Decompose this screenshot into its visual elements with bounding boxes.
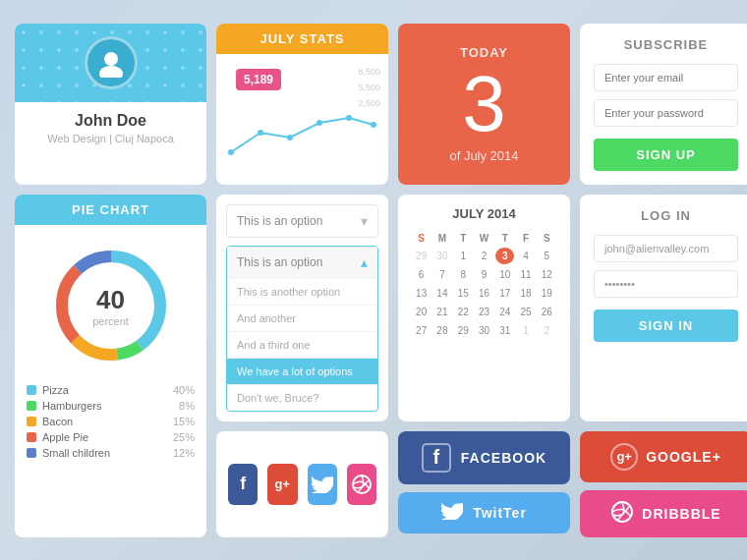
profile-info: John Doe Web Design | Cluj Napoca bbox=[15, 102, 206, 156]
cal-day-header: S bbox=[412, 231, 431, 246]
dropdown-card: This is an option ▾ This is an option ▴ … bbox=[216, 195, 388, 421]
cal-day[interactable]: 11 bbox=[516, 266, 535, 283]
dropdown-option-highlighted[interactable]: We have a lot of options bbox=[227, 359, 377, 385]
cal-day[interactable]: 31 bbox=[495, 322, 514, 339]
cal-day[interactable]: 10 bbox=[495, 266, 514, 283]
cal-day[interactable]: 1 bbox=[454, 248, 473, 264]
cal-day[interactable]: 19 bbox=[538, 285, 556, 302]
cal-day[interactable]: 8 bbox=[454, 266, 473, 283]
svg-point-3 bbox=[258, 130, 263, 136]
legend-pct-children: 12% bbox=[173, 447, 195, 459]
subscribe-button[interactable]: SIGN UP bbox=[594, 139, 738, 171]
legend-color-applepie bbox=[27, 432, 36, 442]
avatar bbox=[85, 36, 138, 89]
cal-day[interactable]: 26 bbox=[538, 304, 556, 320]
dribbble-icon-button[interactable] bbox=[347, 464, 376, 505]
dropdown-option[interactable]: Don't we, Bruce? bbox=[227, 385, 377, 411]
legend-label-pizza: Pizza bbox=[42, 384, 69, 396]
twitter-button[interactable]: TwitTer bbox=[398, 492, 570, 533]
cal-day[interactable]: 2 bbox=[475, 248, 493, 264]
legend-label-bacon: Bacon bbox=[42, 416, 73, 427]
google-plus-button[interactable]: g+ GOOGLE+ bbox=[580, 431, 747, 482]
cal-day[interactable]: 30 bbox=[475, 322, 493, 339]
svg-point-6 bbox=[346, 115, 352, 121]
cal-day[interactable]: 17 bbox=[495, 285, 514, 302]
stats-badge: 5,189 bbox=[236, 69, 281, 90]
legend-item: Pizza 40% bbox=[27, 382, 195, 398]
cal-day[interactable]: 1 bbox=[516, 322, 535, 339]
cal-day[interactable]: 7 bbox=[432, 266, 451, 283]
calendar-grid: S M T W T F S 29 30 1 2 3 4 5 bbox=[410, 229, 558, 341]
cal-day[interactable]: 5 bbox=[538, 248, 556, 264]
cal-day[interactable]: 13 bbox=[412, 285, 431, 302]
pie-percent-label: percent bbox=[92, 314, 129, 326]
cal-day[interactable]: 21 bbox=[432, 304, 451, 320]
facebook-icon-button[interactable]: f bbox=[228, 464, 258, 505]
cal-day[interactable]: 12 bbox=[538, 266, 556, 283]
legend-pct-applepie: 25% bbox=[173, 431, 195, 443]
dropdown-open: This is an option ▴ This is another opti… bbox=[226, 246, 378, 412]
google-plus-icon-button[interactable]: g+ bbox=[267, 464, 297, 505]
legend-label-hamburgers: Hamburgers bbox=[42, 400, 102, 412]
today-card: TODAY 3 of July 2014 bbox=[398, 24, 570, 185]
pie-card: PIE CHART 40 bbox=[15, 195, 206, 537]
dropdown-option[interactable]: And another bbox=[227, 306, 377, 332]
facebook-icon: f bbox=[422, 443, 451, 473]
cal-day[interactable]: 29 bbox=[412, 248, 431, 264]
legend-color-children bbox=[27, 448, 36, 458]
dropdown-open-header[interactable]: This is an option ▴ bbox=[227, 247, 377, 279]
pie-legend: Pizza 40% Hamburgers 8% Bacon bbox=[27, 382, 195, 461]
subscribe-email-input[interactable] bbox=[594, 64, 738, 91]
cal-day[interactable]: 2 bbox=[538, 322, 556, 339]
dropdown-option[interactable]: And a third one bbox=[227, 332, 377, 359]
svg-point-2 bbox=[228, 149, 234, 155]
cal-day[interactable]: 15 bbox=[454, 285, 473, 302]
today-sub: of July 2014 bbox=[449, 148, 518, 163]
google-plus-icon: g+ bbox=[610, 443, 638, 471]
cal-day-header: W bbox=[475, 231, 493, 246]
cal-day[interactable]: 14 bbox=[432, 285, 451, 302]
cal-day-header: T bbox=[495, 231, 514, 246]
svg-point-1 bbox=[99, 66, 123, 78]
cal-day[interactable]: 18 bbox=[516, 285, 535, 302]
dropdown-select[interactable]: This is an option ▾ bbox=[226, 204, 378, 238]
login-email-input[interactable] bbox=[594, 235, 738, 262]
twitter-icon bbox=[441, 502, 463, 524]
cal-day[interactable]: 4 bbox=[516, 248, 535, 264]
cal-day[interactable]: 27 bbox=[412, 322, 431, 339]
cal-day[interactable]: 20 bbox=[412, 304, 431, 320]
calendar-title: JULY 2014 bbox=[410, 206, 558, 221]
cal-day-header: M bbox=[432, 231, 451, 246]
cal-day[interactable]: 28 bbox=[432, 322, 451, 339]
stats-header: JULY STATS bbox=[216, 24, 388, 54]
cal-day[interactable]: 22 bbox=[454, 304, 473, 320]
cal-day[interactable]: 16 bbox=[475, 285, 493, 302]
profile-header bbox=[15, 24, 206, 102]
bottom-social-col4: g+ GOOGLE+ DRIBBBLE bbox=[580, 431, 747, 537]
facebook-button[interactable]: f FACEBOOK bbox=[398, 431, 570, 484]
legend-item: Bacon 15% bbox=[27, 414, 195, 429]
cal-day[interactable]: 9 bbox=[475, 266, 493, 283]
dribbble-button-label: DRIBBBLE bbox=[642, 506, 720, 522]
cal-day-today[interactable]: 3 bbox=[495, 248, 514, 264]
cal-day[interactable]: 6 bbox=[412, 266, 431, 283]
dropdown-select-label: This is an option bbox=[237, 214, 322, 228]
twitter-icon-button[interactable] bbox=[308, 464, 337, 505]
cal-day[interactable]: 29 bbox=[454, 322, 473, 339]
cal-day[interactable]: 24 bbox=[495, 304, 514, 320]
svg-point-14 bbox=[353, 476, 371, 493]
cal-day-header: S bbox=[538, 231, 556, 246]
stats-card: JULY STATS 5,189 8,500 5,500 2,500 bbox=[216, 24, 388, 185]
login-password-input[interactable] bbox=[594, 270, 738, 298]
cal-day[interactable]: 25 bbox=[516, 304, 535, 320]
subscribe-password-input[interactable] bbox=[594, 99, 738, 127]
legend-pct-hamburgers: 8% bbox=[179, 400, 195, 412]
cal-day[interactable]: 23 bbox=[475, 304, 493, 320]
pie-chart: 40 percent bbox=[52, 247, 170, 364]
cal-day[interactable]: 30 bbox=[432, 248, 451, 264]
dribbble-button[interactable]: DRIBBBLE bbox=[580, 490, 747, 537]
pie-center: 40 percent bbox=[92, 284, 129, 326]
dropdown-option[interactable]: This is another option bbox=[227, 279, 377, 306]
legend-color-hamburgers bbox=[27, 401, 36, 411]
login-button[interactable]: SIGN IN bbox=[594, 309, 738, 342]
